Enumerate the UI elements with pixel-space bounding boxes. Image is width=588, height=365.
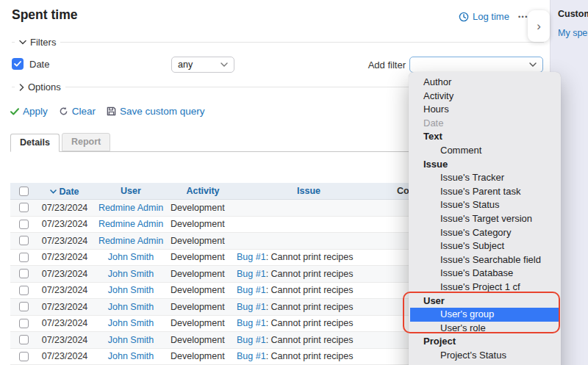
dropdown-option-issue-s-target-version[interactable]: Issue's Target version — [409, 212, 561, 226]
chevron-down-icon — [220, 62, 228, 67]
options-toggle[interactable]: Options — [15, 82, 65, 93]
dropdown-option-author[interactable]: Author — [409, 76, 561, 90]
column-header-user[interactable]: User — [93, 186, 169, 196]
dropdown-option-user-s-group[interactable]: User's group — [410, 308, 559, 322]
row-checkbox[interactable] — [19, 286, 29, 295]
dropdown-option-issue-s-searchable-field[interactable]: Issue's Searchable field — [409, 253, 561, 267]
more-menu-button[interactable]: ••• — [518, 13, 528, 21]
issue-cell: Bug #1: Cannot print recipes — [237, 351, 381, 361]
dropdown-option-project-s-development-status[interactable]: Project's Development status — [409, 362, 561, 365]
column-header-issue[interactable]: Issue — [237, 186, 381, 196]
date-cell: 07/23/2024 — [37, 318, 93, 328]
user-link[interactable]: Redmine Admin — [98, 219, 163, 229]
save-custom-query-button[interactable]: Save custom query — [107, 106, 205, 117]
dropdown-option-issue-s-project-1-cf[interactable]: Issue's Project 1 cf — [409, 281, 561, 294]
dropdown-option-issue-s-parent-task[interactable]: Issue's Parent task — [409, 185, 561, 199]
dropdown-option-comment[interactable]: Comment — [409, 144, 561, 158]
row-checkbox[interactable] — [19, 319, 29, 328]
clear-button[interactable]: Clear — [59, 106, 96, 117]
chevron-right-icon: › — [537, 19, 541, 34]
date-cell: 07/23/2024 — [37, 302, 93, 312]
date-cell: 07/23/2024 — [37, 236, 93, 246]
activity-cell: Development — [169, 252, 237, 262]
issue-cell: Bug #1: Cannot print recipes — [237, 335, 381, 345]
issue-link[interactable]: Bug #1 — [237, 318, 266, 328]
apply-button[interactable]: Apply — [10, 106, 48, 117]
row-checkbox[interactable] — [19, 335, 29, 344]
activity-cell: Development — [169, 269, 237, 279]
issue-link[interactable]: Bug #1 — [237, 302, 266, 312]
dropdown-option-issue-s-status[interactable]: Issue's Status — [409, 198, 561, 212]
row-checkbox[interactable] — [19, 203, 29, 212]
filters-toggle[interactable]: Filters — [15, 37, 60, 48]
add-filter-label: Add filter — [331, 59, 406, 71]
issue-cell: Bug #1: Cannot print recipes — [237, 302, 381, 312]
issue-link[interactable]: Bug #1 — [237, 351, 266, 361]
user-link[interactable]: John Smith — [108, 351, 154, 361]
issue-link[interactable]: Bug #1 — [237, 285, 266, 295]
issue-link[interactable]: Bug #1 — [237, 252, 266, 262]
issue-link[interactable]: Bug #1 — [237, 335, 266, 345]
clear-label: Clear — [72, 106, 96, 117]
dropdown-option-user-s-role[interactable]: User's role — [409, 322, 561, 336]
issue-subject: : Cannot print recipes — [266, 351, 354, 361]
add-filter-select[interactable] — [409, 57, 543, 73]
sidebar-heading: Custom queries — [558, 9, 588, 19]
sort-desc-icon — [50, 189, 57, 194]
date-cell: 07/23/2024 — [37, 269, 93, 279]
apply-label: Apply — [23, 106, 48, 117]
dropdown-option-hours[interactable]: Hours — [409, 103, 561, 117]
dropdown-option-activity[interactable]: Activity — [409, 90, 561, 104]
row-checkbox[interactable] — [19, 352, 29, 361]
issue-subject: : Cannot print recipes — [266, 302, 354, 312]
activity-cell: Development — [169, 219, 237, 229]
row-checkbox[interactable] — [19, 253, 29, 262]
user-link[interactable]: John Smith — [108, 269, 154, 279]
user-link[interactable]: John Smith — [108, 285, 154, 295]
user-link[interactable]: Redmine Admin — [98, 203, 163, 213]
log-time-link[interactable]: Log time — [459, 11, 509, 22]
issue-subject: : Cannot print recipes — [266, 285, 354, 295]
user-link[interactable]: John Smith — [108, 252, 154, 262]
tab-details[interactable]: Details — [10, 134, 60, 152]
user-link[interactable]: John Smith — [108, 302, 154, 312]
issue-cell: Bug #1: Cannot print recipes — [237, 252, 381, 262]
chevron-down-icon — [19, 40, 26, 45]
dropdown-option-issue-s-database[interactable]: Issue's Database — [409, 267, 561, 281]
column-header-date[interactable]: Date — [50, 187, 79, 197]
row-checkbox[interactable] — [19, 302, 29, 311]
row-checkbox[interactable] — [19, 236, 29, 245]
user-link[interactable]: Redmine Admin — [98, 236, 163, 246]
date-filter-checkbox[interactable] — [12, 58, 24, 70]
row-checkbox[interactable] — [19, 220, 29, 229]
issue-link[interactable]: Bug #1 — [237, 269, 266, 279]
issue-cell: Bug #1: Cannot print recipes — [237, 318, 381, 328]
add-filter-dropdown: AuthorActivityHoursDateTextCommentIssueI… — [409, 72, 561, 365]
dropdown-option-user: User — [409, 294, 561, 308]
select-all-checkbox[interactable] — [19, 187, 29, 196]
dropdown-option-text: Text — [409, 130, 561, 144]
user-link[interactable]: John Smith — [108, 318, 154, 328]
date-cell: 07/23/2024 — [37, 252, 93, 262]
page-title: Spent time — [12, 7, 77, 23]
issue-subject: : Cannot print recipes — [266, 318, 354, 328]
sidebar-collapse-button[interactable]: › — [528, 10, 550, 42]
date-operator-select[interactable]: any — [171, 57, 234, 73]
column-header-activity[interactable]: Activity — [169, 186, 237, 196]
dropdown-option-issue-s-category[interactable]: Issue's Category — [409, 226, 561, 240]
date-cell: 07/23/2024 — [37, 351, 93, 361]
dropdown-option-issue-s-tracker[interactable]: Issue's Tracker — [409, 171, 561, 185]
dropdown-option-project-s-status[interactable]: Project's Status — [409, 349, 561, 363]
tab-report[interactable]: Report — [62, 133, 110, 151]
row-checkbox[interactable] — [19, 269, 29, 278]
sidebar-link-my-spent-time[interactable]: My spent time — [558, 28, 588, 38]
activity-cell: Development — [169, 236, 237, 246]
filters-divider — [12, 42, 544, 43]
options-legend: Options — [28, 82, 61, 93]
issue-subject: : Cannot print recipes — [266, 269, 354, 279]
date-filter-label: Date — [29, 59, 49, 70]
dropdown-option-issue-s-subject[interactable]: Issue's Subject — [409, 239, 561, 253]
activity-cell: Development — [169, 203, 237, 213]
activity-cell: Development — [169, 318, 237, 328]
user-link[interactable]: John Smith — [108, 335, 154, 345]
